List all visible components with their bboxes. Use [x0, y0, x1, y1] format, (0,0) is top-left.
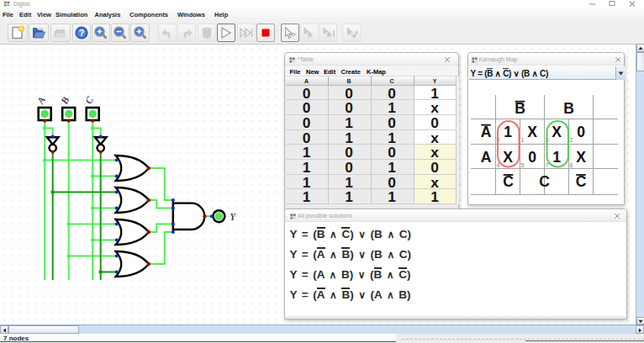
svg-text:2: 2: [570, 137, 573, 143]
svg-text:1: 1: [504, 124, 512, 140]
svg-text:0: 0: [528, 148, 536, 165]
svg-text:1: 1: [552, 148, 561, 165]
svg-text:1: 1: [521, 137, 525, 143]
svg-text:0: 0: [577, 124, 585, 140]
svg-text:X: X: [527, 124, 537, 140]
svg-text:X: X: [552, 124, 562, 140]
svg-text:5: 5: [521, 161, 525, 167]
svg-text:X: X: [503, 148, 513, 165]
svg-text:A: A: [481, 124, 492, 140]
svg-text:C: C: [539, 173, 550, 190]
svg-text:B: B: [515, 100, 525, 117]
svg-text:C: C: [503, 173, 514, 190]
svg-text:7: 7: [546, 161, 549, 167]
svg-text:C: C: [576, 173, 587, 190]
svg-text:A: A: [481, 148, 492, 165]
svg-text:B: B: [563, 100, 574, 117]
svg-text:X: X: [576, 148, 586, 165]
svg-text:?: ?: [78, 28, 84, 38]
svg-text:6: 6: [570, 161, 573, 167]
